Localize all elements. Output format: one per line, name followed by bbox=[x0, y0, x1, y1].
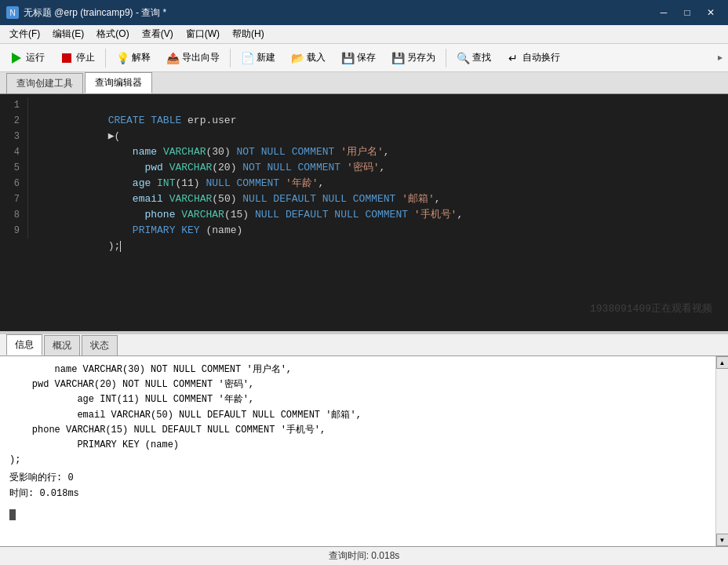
stop-icon bbox=[60, 52, 73, 64]
code-line-3: name VARCHAR(30) NOT NULL COMMENT '用户名', bbox=[35, 129, 722, 144]
cursor-area bbox=[9, 508, 706, 523]
stop-button[interactable]: 停止 bbox=[53, 48, 102, 67]
line-num-1: 1 bbox=[3, 97, 24, 113]
menu-file[interactable]: 文件(F) bbox=[3, 26, 46, 42]
output-line-5: phone VARCHAR(15) NULL DEFAULT NULL COMM… bbox=[9, 423, 706, 438]
tab-overview[interactable]: 概况 bbox=[44, 335, 80, 355]
menu-help[interactable]: 帮助(H) bbox=[226, 26, 271, 42]
export-label: 导出向导 bbox=[182, 51, 220, 64]
line-num-8: 8 bbox=[3, 207, 24, 223]
find-icon: 🔍 bbox=[457, 52, 469, 64]
run-label: 运行 bbox=[26, 51, 45, 64]
scroll-track[interactable] bbox=[716, 369, 729, 534]
separator-1 bbox=[105, 49, 106, 67]
bottom-panel: 信息 概况 状态 name VARCHAR(30) NOT NULL COMME… bbox=[0, 334, 728, 546]
save-label: 保存 bbox=[357, 51, 376, 64]
line-num-2: 2 bbox=[3, 113, 24, 129]
main-container: 查询创建工具 查询编辑器 1 2 3 4 5 6 7 8 9 bbox=[0, 72, 728, 565]
status-bar: 查询时间: 0.018s bbox=[0, 546, 728, 565]
menu-window[interactable]: 窗口(W) bbox=[180, 26, 226, 42]
close-button[interactable]: ✕ bbox=[700, 5, 722, 20]
scroll-down-arrow[interactable]: ▼ bbox=[716, 534, 729, 546]
bottom-content: name VARCHAR(30) NOT NULL COMMENT '用户名',… bbox=[0, 356, 728, 546]
output-line-3: age INT(11) NULL COMMENT '年龄', bbox=[9, 392, 706, 407]
saveas-label: 另存为 bbox=[407, 51, 435, 64]
bottom-tab-bar: 信息 概况 状态 bbox=[0, 334, 728, 356]
output-text[interactable]: name VARCHAR(30) NOT NULL COMMENT '用户名',… bbox=[0, 356, 715, 546]
new-label: 新建 bbox=[257, 51, 275, 64]
explain-button[interactable]: 💡 解释 bbox=[109, 48, 158, 67]
tab-status[interactable]: 状态 bbox=[82, 335, 118, 355]
watermark: 1938091409正在观看视频 bbox=[590, 301, 712, 315]
save-button[interactable]: 💾 保存 bbox=[334, 48, 383, 67]
editor-section: 查询创建工具 查询编辑器 1 2 3 4 5 6 7 8 9 bbox=[0, 72, 728, 331]
query-time-text: 查询时间: 0.018s bbox=[329, 549, 400, 563]
output-line-6: PRIMARY KEY (name) bbox=[9, 438, 706, 453]
output-line-4: email VARCHAR(50) NULL DEFAULT NULL COMM… bbox=[9, 408, 706, 423]
new-icon: 📄 bbox=[241, 52, 253, 64]
line-num-7: 7 bbox=[3, 191, 24, 207]
code-lines: CREATE TABLE erp.user ▶( name VARCHAR(30… bbox=[28, 97, 728, 239]
line-num-3: 3 bbox=[3, 129, 24, 144]
load-icon: 📂 bbox=[291, 52, 304, 64]
code-editor[interactable]: 1 2 3 4 5 6 7 8 9 CREATE TABLE erp.user … bbox=[0, 94, 728, 331]
export-button[interactable]: 📤 导出向导 bbox=[159, 48, 227, 67]
line-numbers: 1 2 3 4 5 6 7 8 9 bbox=[0, 97, 28, 239]
editor-tab-bar: 查询创建工具 查询编辑器 bbox=[0, 72, 728, 94]
saveas-button[interactable]: 💾 另存为 bbox=[384, 48, 442, 67]
tab-query-builder[interactable]: 查询创建工具 bbox=[6, 73, 83, 93]
title-bar: N 无标题 @erp (traincamp9) - 查询 * ─ □ ✕ bbox=[0, 0, 728, 25]
output-line-9: 时间: 0.018ms bbox=[9, 487, 706, 501]
autowrap-icon: ↵ bbox=[507, 52, 519, 64]
autowrap-button[interactable]: ↵ 自动换行 bbox=[500, 48, 567, 67]
window-controls: ─ □ ✕ bbox=[653, 5, 722, 20]
title-bar-left: N 无标题 @erp (traincamp9) - 查询 * bbox=[6, 6, 166, 20]
explain-label: 解释 bbox=[132, 51, 151, 64]
saveas-icon: 💾 bbox=[391, 52, 404, 64]
window-title: 无标题 @erp (traincamp9) - 查询 * bbox=[24, 6, 166, 20]
find-label: 查找 bbox=[472, 51, 491, 64]
export-icon: 📤 bbox=[166, 52, 179, 64]
line-num-6: 6 bbox=[3, 176, 24, 191]
toolbar: 运行 停止 💡 解释 📤 导出向导 📄 新建 📂 载入 💾 保存 💾 另存为 🔍… bbox=[0, 44, 728, 72]
line-num-5: 5 bbox=[3, 160, 24, 176]
code-container: 1 2 3 4 5 6 7 8 9 CREATE TABLE erp.user … bbox=[0, 94, 728, 242]
output-line-8: 受影响的行: 0 bbox=[9, 471, 706, 486]
scroll-up-arrow[interactable]: ▲ bbox=[716, 356, 729, 369]
output-line-7: ); bbox=[9, 453, 706, 468]
menu-edit[interactable]: 编辑(E) bbox=[46, 26, 90, 42]
app-icon: N bbox=[6, 6, 19, 19]
output-scrollbar[interactable]: ▲ ▼ bbox=[715, 356, 728, 546]
menu-view[interactable]: 查看(V) bbox=[136, 26, 180, 42]
maximize-button[interactable]: □ bbox=[676, 5, 698, 20]
separator-3 bbox=[446, 49, 446, 67]
menu-format[interactable]: 格式(O) bbox=[90, 26, 135, 42]
minimize-button[interactable]: ─ bbox=[653, 5, 675, 20]
run-button[interactable]: 运行 bbox=[3, 48, 52, 67]
new-button[interactable]: 📄 新建 bbox=[234, 48, 282, 67]
line-num-4: 4 bbox=[3, 144, 24, 160]
run-icon bbox=[10, 52, 23, 64]
tab-info[interactable]: 信息 bbox=[6, 334, 42, 355]
load-label: 载入 bbox=[307, 51, 326, 64]
output-line-2: pwd VARCHAR(20) NOT NULL COMMENT '密码', bbox=[9, 377, 706, 392]
autowrap-label: 自动换行 bbox=[522, 51, 560, 64]
explain-icon: 💡 bbox=[116, 52, 129, 64]
stop-label: 停止 bbox=[76, 51, 95, 64]
load-button[interactable]: 📂 载入 bbox=[284, 48, 333, 67]
code-line-1: CREATE TABLE erp.user bbox=[35, 97, 722, 113]
output-line-1: name VARCHAR(30) NOT NULL COMMENT '用户名', bbox=[9, 363, 706, 377]
find-button[interactable]: 🔍 查找 bbox=[450, 48, 498, 67]
save-icon: 💾 bbox=[341, 52, 354, 64]
toolbar-overflow-arrow[interactable]: ▶ bbox=[715, 50, 725, 66]
line-num-9: 9 bbox=[3, 223, 24, 239]
tab-query-editor[interactable]: 查询编辑器 bbox=[85, 72, 152, 93]
menu-bar: 文件(F) 编辑(E) 格式(O) 查看(V) 窗口(W) 帮助(H) bbox=[0, 25, 728, 44]
separator-2 bbox=[230, 49, 231, 67]
